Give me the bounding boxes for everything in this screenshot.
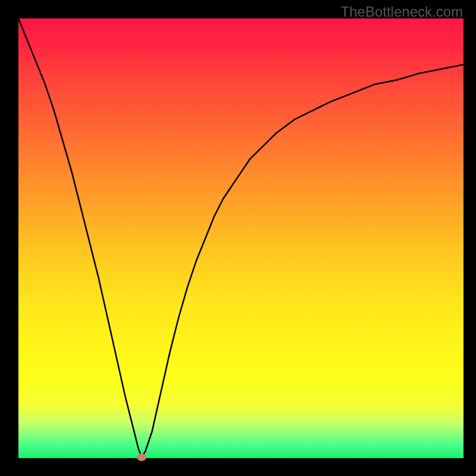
watermark-text: TheBottleneck.com [341,4,463,20]
bottleneck-curve-line [18,18,464,458]
curve-minimum-marker [137,453,146,461]
